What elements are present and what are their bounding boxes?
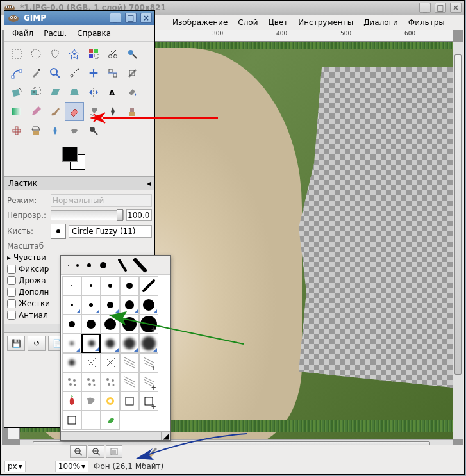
close-button[interactable]: × [450, 3, 462, 13]
brush-cell[interactable] [62, 334, 81, 353]
tool-heal[interactable] [7, 121, 26, 140]
tool-paintbrush[interactable] [46, 102, 65, 121]
tool-scissors[interactable] [103, 44, 122, 63]
menu-help[interactable]: Справка [72, 26, 116, 40]
toolbox-titlebar[interactable]: GIMP _ □ × [4, 11, 154, 25]
brush-cell[interactable] [101, 391, 120, 411]
brush-cell[interactable]: + [139, 353, 158, 372]
tool-foreground-select[interactable] [122, 44, 142, 63]
brush-cell[interactable] [81, 334, 101, 353]
brush-cell[interactable]: + [139, 372, 158, 391]
menu-color[interactable]: Цвет [263, 15, 294, 29]
tool-rect-select[interactable] [7, 44, 26, 63]
brush-cell[interactable] [62, 276, 81, 295]
minimize-button[interactable]: _ [110, 13, 121, 23]
tool-paths[interactable] [7, 63, 26, 83]
scrollbar-vertical[interactable] [453, 42, 463, 439]
brush-size-strip[interactable] [61, 256, 170, 275]
tool-blend[interactable] [7, 102, 26, 121]
check-hard[interactable] [7, 299, 16, 308]
brush-cell[interactable] [139, 276, 158, 295]
tool-fuzzy-select[interactable] [65, 44, 84, 63]
tool-blur[interactable] [46, 121, 65, 140]
tool-measure[interactable] [65, 63, 84, 83]
tool-color-picker[interactable] [26, 63, 46, 83]
brush-cell[interactable] [120, 334, 139, 353]
brush-indicator[interactable] [144, 445, 161, 458]
tool-by-color-select[interactable] [84, 44, 103, 63]
check-antialias[interactable] [7, 311, 16, 320]
menu-filters[interactable]: Фильтры [403, 15, 450, 29]
unit-selector[interactable]: px ▾ [4, 461, 26, 472]
brush-cell[interactable] [120, 372, 139, 391]
tool-bucket-fill[interactable] [122, 83, 142, 102]
brush-cell[interactable] [81, 276, 101, 295]
zoom-selector[interactable]: 100% ▾ [55, 461, 88, 472]
tool-smudge[interactable] [65, 121, 84, 140]
maximize-button[interactable]: □ [125, 13, 137, 23]
tool-scale[interactable] [26, 83, 46, 102]
tool-ink[interactable] [103, 102, 122, 121]
menu-ext[interactable]: Расш. [38, 26, 72, 40]
tool-eraser[interactable] [65, 102, 84, 121]
check-extra[interactable] [7, 288, 16, 297]
tool-crop[interactable] [122, 63, 142, 83]
brush-cell[interactable] [81, 391, 101, 411]
brush-cell[interactable] [101, 295, 120, 315]
reset-options-button[interactable]: ↺ [28, 336, 46, 351]
tool-rotate[interactable] [7, 83, 26, 102]
tool-airbrush[interactable] [84, 102, 103, 121]
brush-cell[interactable] [62, 315, 81, 334]
brush-cell[interactable] [81, 353, 101, 372]
brush-cell[interactable] [62, 295, 81, 315]
tool-perspective-clone[interactable] [26, 121, 46, 140]
menu-tools[interactable]: Инструменты [293, 15, 358, 29]
zoom-out-button[interactable] [70, 445, 87, 458]
tool-dodge[interactable] [84, 121, 103, 140]
brush-cell[interactable] [101, 353, 120, 372]
brush-resize-handle[interactable]: ◢ [161, 432, 170, 440]
brush-cell[interactable] [62, 353, 81, 372]
zoom-in-button[interactable] [88, 445, 104, 458]
check-lock[interactable] [7, 265, 16, 274]
brush-cell[interactable] [139, 295, 158, 315]
maximize-button[interactable]: □ [435, 3, 446, 13]
brush-preview[interactable] [51, 224, 66, 239]
brush-cell[interactable] [81, 315, 101, 334]
close-button[interactable]: × [140, 13, 152, 23]
brush-cell[interactable] [62, 391, 81, 411]
brush-cell[interactable] [101, 411, 120, 430]
brush-cell[interactable] [120, 391, 139, 411]
fg-color-swatch[interactable] [62, 147, 78, 162]
brush-cell[interactable] [101, 334, 120, 353]
brush-cell[interactable] [62, 411, 81, 430]
menu-file[interactable]: Файл [7, 26, 38, 40]
brush-cell[interactable] [120, 295, 139, 315]
brush-cell[interactable] [101, 315, 120, 334]
mode-dropdown[interactable]: Нормальный [51, 194, 152, 207]
tool-ellipse-select[interactable] [26, 44, 46, 63]
tool-flip[interactable] [84, 83, 103, 102]
brush-cell[interactable] [81, 411, 101, 430]
brush-cell[interactable] [139, 334, 158, 353]
menu-dialogs[interactable]: Диалоги [358, 15, 403, 29]
brush-cell[interactable] [81, 372, 101, 391]
tool-align[interactable] [103, 63, 122, 83]
collapse-icon[interactable]: ◂ [147, 179, 151, 188]
menu-image[interactable]: Изображение [167, 15, 233, 29]
opacity-input[interactable] [126, 209, 152, 221]
tool-perspective[interactable] [65, 83, 84, 102]
brush-cell[interactable] [101, 372, 120, 391]
opacity-slider[interactable] [51, 210, 124, 220]
fit-button[interactable] [106, 445, 122, 458]
brush-cell[interactable]: + [139, 391, 158, 411]
brush-cell[interactable] [62, 372, 81, 391]
brush-cell[interactable] [120, 276, 139, 295]
brush-scrollbar[interactable] [61, 432, 161, 440]
tool-text[interactable]: A [103, 83, 122, 102]
tool-pencil[interactable] [26, 102, 46, 121]
brush-cell[interactable]: + [139, 315, 158, 334]
brush-name[interactable]: Circle Fuzzy (11) [69, 225, 152, 238]
brush-cell[interactable] [81, 295, 101, 315]
tool-shear[interactable] [46, 83, 65, 102]
